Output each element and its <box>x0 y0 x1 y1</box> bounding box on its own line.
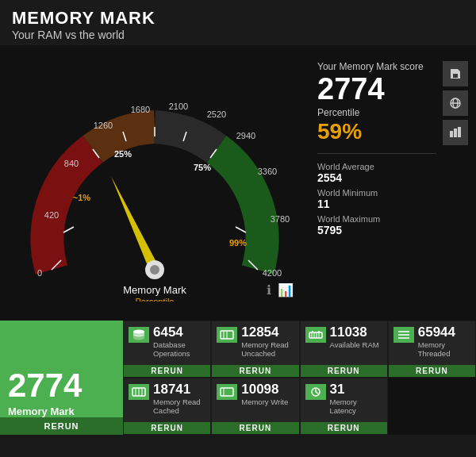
main-metric-value: 2774 <box>8 369 115 402</box>
metrics-grid: 2774 Memory Mark RERUN 6454 Database Ope… <box>0 319 476 435</box>
sub-metric-5: 10098 Memory Write RERUN <box>211 378 299 435</box>
sub-metric-1-rerun[interactable]: RERUN <box>212 365 298 377</box>
page-subtitle: Your RAM vs the world <box>12 29 464 41</box>
info-section: Your Memory Mark score 2774 Percentile 5… <box>309 45 476 319</box>
sub-metric-1-icon <box>217 327 237 343</box>
sub-metric-5-value: 10098 <box>241 382 288 396</box>
world-avg-value: 2554 <box>317 171 436 184</box>
sub-metric-3-label: Memory Threaded <box>418 340 470 359</box>
sub-metric-2-rerun[interactable]: RERUN <box>301 365 387 377</box>
svg-rect-22 <box>309 332 322 338</box>
percentile-99: 99% <box>229 238 247 248</box>
sub-metric-3-value: 65944 <box>418 325 470 339</box>
compare-button[interactable] <box>443 120 468 145</box>
gauge-num-1680: 1680 <box>131 105 150 114</box>
svg-line-7 <box>236 227 246 232</box>
sub-metric-0-label: Database Operations <box>153 340 205 359</box>
sub-metric-5-label: Memory Write <box>241 397 288 406</box>
sub-metric-6-icon <box>305 384 326 400</box>
page-title: MEMORY MARK <box>12 8 464 29</box>
world-avg-stat: World Average 2554 <box>317 162 436 184</box>
world-max-value: 5795 <box>317 224 436 236</box>
gauge-svg: 0 420 840 1260 1680 2100 2520 2940 3360 … <box>12 63 298 301</box>
sub-metric-2-icon <box>305 327 326 343</box>
gauge-num-2100: 2100 <box>169 102 188 111</box>
gauge-num-3360: 3360 <box>258 167 277 176</box>
sub-metric-6: 31 Memory Latency RERUN <box>300 378 388 435</box>
gauge-footer-icons: ℹ 📊 <box>267 282 294 298</box>
percentile-value: 59% <box>317 118 436 145</box>
sub-metric-5-icon <box>217 384 237 400</box>
save-button[interactable] <box>443 61 468 86</box>
sub-metric-0-rerun[interactable]: RERUN <box>124 365 210 377</box>
sub-metric-0: 6454 Database Operations RERUN <box>123 321 211 378</box>
gauge-num-2940: 2940 <box>236 131 255 140</box>
gauge-num-1260: 1260 <box>94 121 113 130</box>
gauge-section: 0 420 840 1260 1680 2100 2520 2940 3360 … <box>0 45 309 319</box>
main-area: 0 420 840 1260 1680 2100 2520 2940 3360 … <box>0 45 476 319</box>
world-max-label: World Maximum <box>317 214 436 224</box>
main-metric-cell: 2774 Memory Mark RERUN <box>0 321 123 435</box>
sub-metric-2-value: 11038 <box>330 325 379 339</box>
header: MEMORY MARK Your RAM vs the world <box>0 0 476 45</box>
main-metric-rerun[interactable]: RERUN <box>0 417 123 435</box>
percentile-25: 25% <box>114 149 132 159</box>
sub-metric-1-value: 12854 <box>241 325 294 339</box>
info-icons <box>443 61 468 145</box>
sub-metric-4-rerun[interactable]: RERUN <box>124 422 210 434</box>
svg-marker-9 <box>107 174 159 271</box>
sub-metric-6-rerun[interactable]: RERUN <box>301 422 387 434</box>
gauge-num-2520: 2520 <box>207 109 226 119</box>
main-metric-label: Memory Mark <box>8 405 115 417</box>
gauge-num-3780: 3780 <box>271 214 290 224</box>
score-label: Your Memory Mark score <box>317 61 436 72</box>
gauge-num-4200: 4200 <box>263 268 282 278</box>
chart-icon[interactable]: 📊 <box>278 282 294 298</box>
gauge-num-420: 420 <box>44 210 59 220</box>
gauge-center-label: Memory Mark <box>123 284 186 296</box>
sub-metric-0-icon <box>129 327 149 343</box>
gauge-num-0: 0 <box>37 268 42 278</box>
info-icon[interactable]: ℹ <box>267 282 271 298</box>
svg-line-40 <box>316 392 318 394</box>
gauge-center-sub: Percentile <box>136 297 175 301</box>
score-row: Your Memory Mark score 2774 Percentile 5… <box>317 61 468 240</box>
svg-point-11 <box>150 265 159 275</box>
sub-metric-5-rerun[interactable]: RERUN <box>212 422 298 434</box>
sub-metric-3: 65944 Memory Threaded RERUN <box>388 321 476 378</box>
world-min-stat: World Minimum 11 <box>317 188 436 210</box>
svg-rect-17 <box>458 127 461 137</box>
sub-metric-6-label: Memory Latency <box>330 397 382 416</box>
info-stats: Your Memory Mark score 2774 Percentile 5… <box>317 61 436 240</box>
sub-metric-3-icon <box>393 327 414 343</box>
web-button[interactable] <box>443 90 468 116</box>
sub-metric-3-rerun[interactable]: RERUN <box>389 365 475 377</box>
percentile-label: Percentile <box>317 107 436 118</box>
world-max-stat: World Maximum 5795 <box>317 214 436 236</box>
sub-metric-2-label: Available RAM <box>330 340 379 349</box>
sub-metric-4-icon <box>129 384 149 400</box>
sub-metric-2: 11038 Available RAM RERUN <box>300 321 388 378</box>
gauge-container: 0 420 840 1260 1680 2100 2520 2940 3360 … <box>12 63 298 301</box>
sub-metric-4-value: 18741 <box>153 382 205 396</box>
sub-metric-4: 18741 Memory Read Cached RERUN <box>123 378 211 435</box>
world-min-value: 11 <box>317 198 436 210</box>
sub-metric-1-label: Memory Read Uncached <box>241 340 294 359</box>
sub-metric-6-value: 31 <box>330 382 382 396</box>
gauge-num-840: 840 <box>64 159 79 168</box>
svg-rect-16 <box>454 129 457 137</box>
svg-line-1 <box>63 227 74 232</box>
sub-metric-0-value: 6454 <box>153 325 205 339</box>
percentile-1: ~1% <box>73 193 91 202</box>
world-min-label: World Minimum <box>317 188 436 198</box>
world-avg-label: World Average <box>317 162 436 171</box>
sub-metric-4-label: Memory Read Cached <box>153 397 205 416</box>
percentile-75: 75% <box>194 163 211 172</box>
sub-metric-1: 12854 Memory Read Uncached RERUN <box>211 321 299 378</box>
gauge-needle <box>107 174 164 278</box>
svg-rect-36 <box>221 388 233 396</box>
score-value: 2774 <box>317 74 436 104</box>
svg-rect-15 <box>450 131 453 137</box>
divider <box>317 153 436 154</box>
